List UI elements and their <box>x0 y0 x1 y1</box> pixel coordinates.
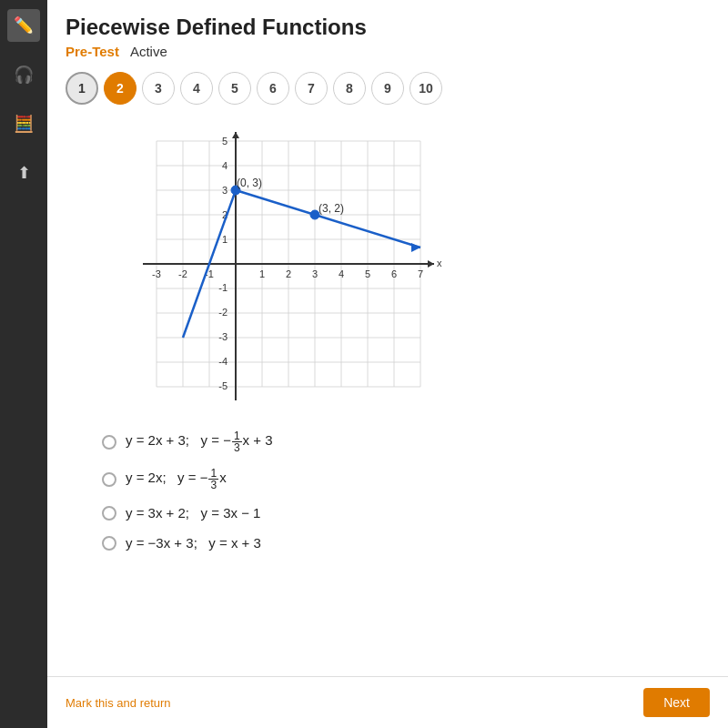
graph-svg: -2 -1 1 2 3 4 5 6 7 x -3 5 4 3 2 1 -1 -2… <box>111 123 448 414</box>
option-4-row[interactable]: y = −3x + 3; y = x + 3 <box>102 535 673 551</box>
option-2-radio[interactable] <box>102 472 116 487</box>
svg-text:-1: -1 <box>218 282 228 293</box>
svg-text:(0, 3): (0, 3) <box>237 177 262 189</box>
option-2-text: y = 2x; y = −13x <box>126 468 227 490</box>
svg-text:-2: -2 <box>218 307 228 318</box>
tab-5[interactable]: 5 <box>218 72 251 105</box>
svg-marker-49 <box>411 243 420 252</box>
svg-text:2: 2 <box>286 268 291 279</box>
bottom-bar: Mark this and return Next <box>47 676 728 728</box>
svg-text:5: 5 <box>222 136 228 147</box>
option-1-text: y = 2x + 3; y = −13x + 3 <box>126 430 273 453</box>
pencil-icon[interactable]: ✏️ <box>7 9 40 42</box>
tab-10[interactable]: 10 <box>410 72 442 105</box>
option-3-text: y = 3x + 2; y = 3x − 1 <box>126 505 260 521</box>
graph-container: -2 -1 1 2 3 4 5 6 7 x -3 5 4 3 2 1 -1 -2… <box>47 114 728 414</box>
tab-4[interactable]: 4 <box>180 72 213 105</box>
tab-3[interactable]: 3 <box>142 72 175 105</box>
sidebar: ✏️ 🎧 🧮 ⬆ <box>0 0 47 728</box>
svg-text:-4: -4 <box>218 356 228 367</box>
svg-text:5: 5 <box>365 268 370 279</box>
options-container: y = 2x + 3; y = −13x + 3 y = 2x; y = −13… <box>47 414 728 567</box>
svg-text:7: 7 <box>418 268 423 279</box>
svg-text:-5: -5 <box>218 380 228 391</box>
option-4-text: y = −3x + 3; y = x + 3 <box>126 535 261 551</box>
svg-text:1: 1 <box>222 234 228 245</box>
option-3-row[interactable]: y = 3x + 2; y = 3x − 1 <box>102 505 673 521</box>
svg-text:-2: -2 <box>178 268 187 279</box>
tab-9[interactable]: 9 <box>371 72 404 105</box>
svg-text:4: 4 <box>339 268 344 279</box>
arrow-up-icon[interactable]: ⬆ <box>7 157 40 189</box>
svg-marker-25 <box>232 132 239 138</box>
subtitle-row: Pre-Test Active <box>66 44 710 59</box>
tab-8[interactable]: 8 <box>333 72 366 105</box>
svg-marker-24 <box>428 260 434 268</box>
svg-text:-3: -3 <box>218 331 228 342</box>
svg-text:3: 3 <box>312 268 318 279</box>
active-label: Active <box>130 44 167 59</box>
headphones-icon[interactable]: 🎧 <box>7 58 40 91</box>
option-4-radio[interactable] <box>102 536 116 551</box>
svg-text:3: 3 <box>222 185 228 196</box>
page-title: Piecewise Defined Functions <box>66 15 710 40</box>
main-content: Piecewise Defined Functions Pre-Test Act… <box>47 0 728 728</box>
svg-text:1: 1 <box>259 268 265 279</box>
option-1-row[interactable]: y = 2x + 3; y = −13x + 3 <box>102 430 673 453</box>
tabs-row: 12345678910 <box>47 63 728 114</box>
option-1-radio[interactable] <box>102 435 116 450</box>
svg-text:x: x <box>437 258 442 268</box>
pre-test-label: Pre-Test <box>66 44 119 59</box>
svg-text:4: 4 <box>222 160 228 171</box>
option-3-radio[interactable] <box>102 506 116 521</box>
tab-6[interactable]: 6 <box>257 72 289 105</box>
next-button[interactable]: Next <box>643 688 710 717</box>
tab-1[interactable]: 1 <box>66 72 98 105</box>
calculator-icon[interactable]: 🧮 <box>7 107 40 140</box>
tab-2[interactable]: 2 <box>104 72 136 105</box>
option-2-row[interactable]: y = 2x; y = −13x <box>102 468 673 490</box>
tab-7[interactable]: 7 <box>295 72 328 105</box>
svg-text:6: 6 <box>391 268 397 279</box>
svg-line-48 <box>236 190 420 248</box>
svg-text:(3, 2): (3, 2) <box>318 202 344 215</box>
header: Piecewise Defined Functions Pre-Test Act… <box>47 0 728 63</box>
svg-text:-3: -3 <box>152 268 161 279</box>
mark-return-link[interactable]: Mark this and return <box>66 696 171 710</box>
